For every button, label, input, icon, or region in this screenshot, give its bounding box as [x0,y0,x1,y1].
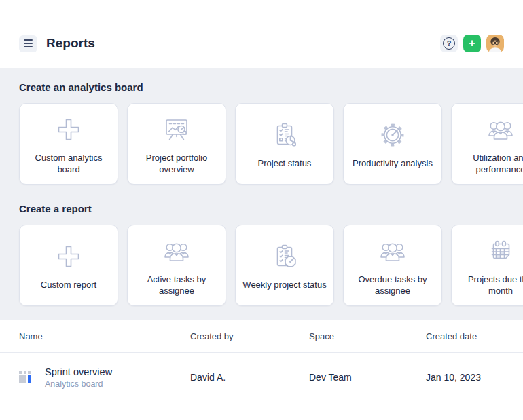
people-group-icon [376,235,409,267]
name-cell: Sprint overview Analytics board [19,366,190,389]
created-date-cell: Jan 10, 2023 [426,372,523,383]
page-title: Reports [46,36,95,51]
card-active-tasks-by-assignee[interactable]: Active tasks by assignee [127,225,226,306]
plus-icon [52,113,85,146]
calendar-icon [484,235,517,267]
table-header-row: Name Created by Space Created date [0,320,523,353]
report-cards: Custom report Active tasks by assignee W… [19,225,523,306]
card-label: Weekly project status [242,279,326,290]
user-avatar[interactable] [486,35,504,52]
template-area: Create an analytics board Custom analyti… [0,68,523,320]
card-custom-report[interactable]: Custom report [19,225,118,306]
report-type: Analytics board [45,379,112,389]
top-bar: Reports ? + [0,0,523,68]
help-button[interactable]: ? [440,35,458,52]
avatar-image [486,35,504,52]
column-header-name[interactable]: Name [19,331,190,341]
card-label: Overdue tasks by assignee [349,273,436,297]
reports-table: Name Created by Space Created date Sprin… [0,320,523,402]
card-label: Utilization and performance [457,152,523,175]
people-group-icon [160,235,193,267]
column-header-created-date[interactable]: Created date [426,331,523,341]
card-label: Productivity analysis [353,157,433,169]
analytics-board-icon [19,371,31,384]
clipboard-pie-icon [268,119,301,151]
card-overdue-tasks-by-assignee[interactable]: Overdue tasks by assignee [343,225,442,306]
presentation-chart-icon [160,113,193,146]
hamburger-menu-button[interactable] [19,35,37,52]
add-button[interactable]: + [463,35,481,52]
card-label: Active tasks by assignee [133,273,220,297]
created-by-cell: David A. [190,372,309,383]
plus-icon: + [469,37,475,49]
card-weekly-project-status[interactable]: Weekly project status [235,225,334,306]
card-label: Project status [258,157,312,169]
analytics-board-cards: Custom analytics board Project portfolio… [19,103,523,185]
table-row[interactable]: Sprint overview Analytics board David A.… [0,353,523,402]
card-label: Custom analytics board [25,152,112,175]
card-project-portfolio-overview[interactable]: Project portfolio overview [127,103,226,185]
people-group-icon [484,113,517,146]
column-header-space[interactable]: Space [309,331,426,341]
topbar-actions: ? + [440,35,504,52]
card-custom-analytics-board[interactable]: Custom analytics board [19,103,118,185]
card-projects-due-this-month[interactable]: Projects due this month [451,225,523,306]
card-utilization-and-performance[interactable]: Utilization and performance [451,103,523,185]
card-project-status[interactable]: Project status [235,103,334,185]
question-mark-icon: ? [443,37,455,50]
clipboard-gauge-icon [268,240,301,273]
gear-gauge-icon [376,119,409,151]
card-label: Project portfolio overview [133,152,220,175]
card-label: Custom report [41,279,96,290]
hamburger-icon [24,39,33,41]
plus-icon [52,240,85,273]
section-title-report: Create a report [19,202,523,216]
card-label: Projects due this month [457,273,523,297]
card-productivity-analysis[interactable]: Productivity analysis [343,103,442,185]
space-cell: Dev Team [309,372,426,383]
column-header-created-by[interactable]: Created by [190,331,309,341]
section-title-analytics-board: Create an analytics board [19,81,523,94]
report-name[interactable]: Sprint overview [45,366,112,378]
